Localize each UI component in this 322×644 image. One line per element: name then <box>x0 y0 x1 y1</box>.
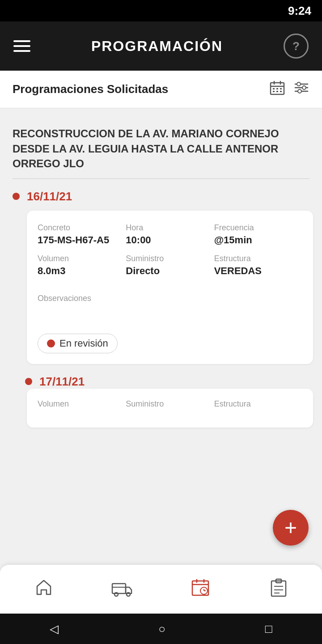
help-icon: ? <box>292 39 300 53</box>
main-content: RECONSTRUCCION DE LA AV. MARIANO CORNEJO… <box>0 108 322 428</box>
status-dot <box>47 339 55 347</box>
concreto-label: Concreto <box>38 223 126 233</box>
page-title: PROGRAMACIÓN <box>91 38 223 55</box>
add-button[interactable]: + <box>273 510 309 546</box>
hora-label: Hora <box>126 223 214 233</box>
header-actions <box>269 80 309 99</box>
filter-icon[interactable] <box>293 80 309 99</box>
frecuencia-label: Frecuencia <box>214 223 302 233</box>
nav-item-home[interactable] <box>4 577 83 601</box>
status-text: En revisión <box>59 338 108 349</box>
nav-item-truck[interactable] <box>83 577 161 601</box>
volumen-field: Volumen 8.0m3 <box>38 254 126 277</box>
timeline-dot-2 <box>25 378 32 385</box>
suministro-label: Suministro <box>126 254 214 263</box>
estructura-field: Estructura VEREDAS <box>214 254 302 277</box>
svg-rect-9 <box>280 91 282 92</box>
estructura-label: Estructura <box>214 254 302 263</box>
volumen-label: Volumen <box>38 254 126 263</box>
date-label-1: 16/11/21 <box>27 190 72 203</box>
schedule-icon <box>191 577 210 601</box>
svg-point-13 <box>297 82 301 86</box>
estructura-value: VEREDAS <box>214 265 302 277</box>
status-badge[interactable]: En revisión <box>38 334 118 353</box>
help-button[interactable]: ? <box>284 34 309 59</box>
svg-rect-8 <box>276 91 278 92</box>
project-title-section: RECONSTRUCCION DE LA AV. MARIANO CORNEJO… <box>0 117 322 178</box>
volumen-field-2: Volumen <box>38 399 126 411</box>
recent-button[interactable]: □ <box>265 622 272 636</box>
svg-point-17 <box>114 593 118 596</box>
section-header: Programaciones Solicitadas <box>0 71 322 108</box>
observaciones-label: Observaciones <box>38 294 302 303</box>
svg-rect-6 <box>280 88 282 89</box>
svg-rect-16 <box>112 584 126 593</box>
android-nav: ◁ ○ □ <box>0 614 322 644</box>
schedule-card-1[interactable]: Concreto 175-MS-H67-A5 Hora 10:00 Frecue… <box>27 211 313 364</box>
calendar-icon[interactable] <box>269 80 285 99</box>
frecuencia-field: Frecuencia @15min <box>214 223 302 246</box>
hora-value: 10:00 <box>126 234 214 246</box>
frecuencia-value: @15min <box>214 234 302 246</box>
section-title: Programaciones Solicitadas <box>13 82 168 96</box>
menu-button[interactable] <box>13 40 30 52</box>
schedule-card-2: Volumen Suministro Estructura <box>27 389 313 428</box>
svg-rect-7 <box>273 91 275 92</box>
back-button[interactable]: ◁ <box>50 622 59 636</box>
suministro-label-2: Suministro <box>126 399 214 409</box>
truck-icon <box>111 577 133 601</box>
bottom-nav <box>0 564 322 614</box>
suministro-field: Suministro Directo <box>126 254 214 277</box>
svg-point-15 <box>298 89 301 93</box>
estructura-label-2: Estructura <box>214 399 302 409</box>
volumen-label-2: Volumen <box>38 399 126 409</box>
volumen-value: 8.0m3 <box>38 265 126 277</box>
date-row-1: 16/11/21 <box>13 190 322 203</box>
date-label-2: 17/11/21 <box>39 375 85 389</box>
status-bar: 9:24 <box>0 0 322 21</box>
suministro-field-2: Suministro <box>126 399 214 411</box>
date-row-2: 17/11/21 <box>13 375 322 389</box>
concreto-field: Concreto 175-MS-H67-A5 <box>38 223 126 246</box>
home-icon <box>34 577 54 601</box>
svg-rect-4 <box>273 88 275 89</box>
nav-item-schedule[interactable] <box>161 577 239 601</box>
concreto-value: 175-MS-H67-A5 <box>38 234 126 246</box>
nav-item-clipboard[interactable] <box>239 577 318 601</box>
clipboard-icon <box>270 577 288 601</box>
hora-field: Hora 10:00 <box>126 223 214 246</box>
timeline: 16/11/21 Concreto 175-MS-H67-A5 Hora 10:… <box>0 179 322 428</box>
add-icon: + <box>284 517 297 538</box>
suministro-value: Directo <box>126 265 214 277</box>
svg-point-14 <box>302 86 306 89</box>
home-button[interactable]: ○ <box>158 622 165 636</box>
project-name: RECONSTRUCCION DE LA AV. MARIANO CORNEJO… <box>13 126 309 171</box>
timeline-dot-1 <box>13 193 20 200</box>
svg-rect-5 <box>276 88 278 89</box>
top-nav: PROGRAMACIÓN ? <box>0 21 322 71</box>
estructura-field-2: Estructura <box>214 399 302 411</box>
time: 9:24 <box>288 4 311 18</box>
svg-point-18 <box>127 593 130 596</box>
